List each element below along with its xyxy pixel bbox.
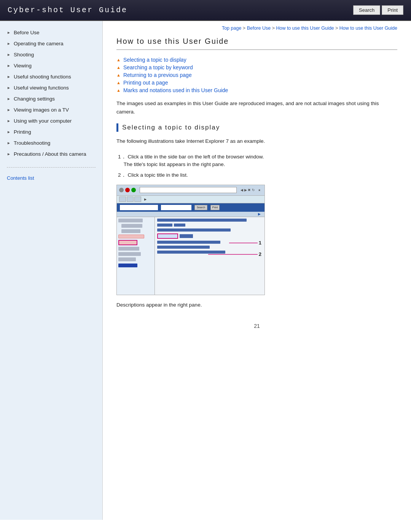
fake-browser: ◀ ▶ ✖ ↻ ★ ▶ Se [117,185,264,295]
breadcrumb-top[interactable]: Top page [222,26,241,31]
fb-highlight-box [118,240,137,245]
chevron-right-icon: ► [7,119,11,123]
chevron-right-icon: ► [7,141,11,145]
link-item: ▲ Printing out a page [116,80,397,86]
chevron-right-icon: ► [7,86,11,90]
fb-main-row [157,251,225,254]
section-intro: The following illustrations take Interne… [116,137,397,145]
section-heading: Selecting a topic to display [116,123,397,132]
chevron-right-icon: ► [7,152,11,156]
main-layout: ► Before Use ► Operating the camera ► Sh… [0,21,411,520]
chevron-right-icon: ► [7,64,11,68]
chevron-right-icon: ► [7,42,11,46]
sidebar-item-before-use[interactable]: ► Before Use [0,27,102,38]
fb-main-row [157,219,247,222]
fb-sidebar-row [121,224,142,228]
sidebar-item-viewing-tv[interactable]: ► Viewing images on a TV [0,104,102,115]
section-bar-icon [116,123,118,132]
triangle-icon: ▲ [116,80,121,85]
sidebar-item-operating[interactable]: ► Operating the camera [0,38,102,49]
chevron-right-icon: ► [7,130,11,134]
sidebar-item-viewing[interactable]: ► Viewing [0,60,102,71]
sidebar-item-precautions[interactable]: ► Precautions / About this camera [0,149,102,160]
chevron-right-icon: ► [7,75,11,79]
chevron-right-icon: ► [7,53,11,57]
fb-circle [125,188,130,192]
fb-icons: ◀ ▶ ✖ ↻ [241,188,255,192]
fb-main-sub-row [174,224,185,227]
fb-title-input-2 [161,205,191,210]
fb-address-bar [140,187,237,193]
sidebar-item-label: Useful viewing functions [14,85,69,91]
fb-sidebar-row [121,229,140,233]
chevron-right-icon: ► [7,30,11,35]
fb-toolbar2-text: ▶ [144,198,153,201]
fb-main-highlighted-row [157,233,262,239]
step-num-1: 1． [118,154,126,160]
sidebar-item-label: Using with your computer [14,118,72,124]
sidebar-item-troubleshooting[interactable]: ► Troubleshooting [0,137,102,149]
screenshot-container: ◀ ▶ ✖ ↻ ★ ▶ Se [116,185,265,295]
link-searching[interactable]: Searching a topic by keyword [123,64,193,70]
fb-main-row [157,241,220,244]
sidebar-item-shooting[interactable]: ► Shooting [0,49,102,60]
link-item: ▲ Returning to a previous page [116,72,397,78]
fb-star: ★ [256,189,262,192]
fb-sidebar-highlight-2 [118,240,153,245]
fb-search-btn: Search [194,205,207,210]
fb-sidebar-panel [117,217,155,295]
annotation-num-2: 2 [259,251,261,257]
intro-text: The images used as examples in this User… [116,99,397,116]
sidebar-item-printing[interactable]: ► Printing [0,126,102,137]
search-button[interactable]: Search [353,5,380,15]
fb-main-row-after [180,234,193,238]
bottom-text: Descriptions appear in the right pane. [116,302,397,308]
page-number: 21 [116,323,397,337]
fb-circle [131,188,136,192]
section-title: Selecting a topic to display [122,124,220,131]
fb-sidebar-bottom [118,264,153,267]
fb-main-sub-row [157,224,172,227]
triangle-icon: ▲ [116,88,121,93]
sidebar-item-changing-settings[interactable]: ► Changing settings [0,93,102,104]
fb-nav-icons [119,197,141,202]
fb-main-highlight-area [157,233,262,239]
header-buttons: Search Print [353,5,403,15]
fb-toolbar-3: Search Print [117,203,264,212]
fb-toolbar-1: ◀ ▶ ✖ ↻ ★ [117,185,264,196]
link-returning[interactable]: Returning to a previous page [123,72,192,78]
content-area: Top page > Before Use > How to use this … [103,21,411,520]
print-button[interactable]: Print [382,5,403,15]
sidebar-item-label: Printing [14,129,31,135]
sidebar-item-computer[interactable]: ► Using with your computer [0,115,102,126]
breadcrumb-before-use[interactable]: Before Use [247,26,271,31]
step-1: 1．Click a title in the side bar on the l… [116,153,397,169]
link-item: ▲ Searching a topic by keyword [116,64,397,70]
breadcrumb-sep1: > [243,26,247,31]
link-printing[interactable]: Printing out a page [123,80,168,86]
header: Cyber-shot User Guide Search Print [0,0,411,21]
breadcrumb-how-to[interactable]: How to use this User Guide [276,26,334,31]
contents-list-link[interactable]: Contents list [0,171,102,182]
link-marks[interactable]: Marks and notations used in this User Gu… [123,87,228,93]
fb-toolbar-2: ▶ [117,196,264,203]
sidebar-item-label: Shooting [14,52,34,58]
steps-list: 1．Click a title in the side bar on the l… [116,153,397,179]
sidebar-item-useful-shooting[interactable]: ► Useful shooting functions [0,71,102,82]
fb-nav-arrow: ▶ [258,212,261,216]
link-selecting[interactable]: Selecting a topic to display [123,57,186,63]
sidebar: ► Before Use ► Operating the camera ► Sh… [0,21,103,520]
fb-circle [119,188,124,192]
fb-main-row [157,228,231,232]
sidebar-item-label: Viewing [14,63,32,69]
step-num-2: 2． [118,172,126,178]
sidebar-divider [7,167,96,168]
chevron-right-icon: ► [7,108,11,112]
breadcrumb-how-to-current[interactable]: How to use this User Guide [339,26,397,31]
fb-nav-icon [134,197,141,202]
fb-sidebar-row [118,219,143,222]
fb-main-row [157,246,210,249]
fb-sidebar-row [118,247,139,251]
sidebar-item-useful-viewing[interactable]: ► Useful viewing functions [0,82,102,93]
links-list: ▲ Selecting a topic to display ▲ Searchi… [116,57,397,93]
